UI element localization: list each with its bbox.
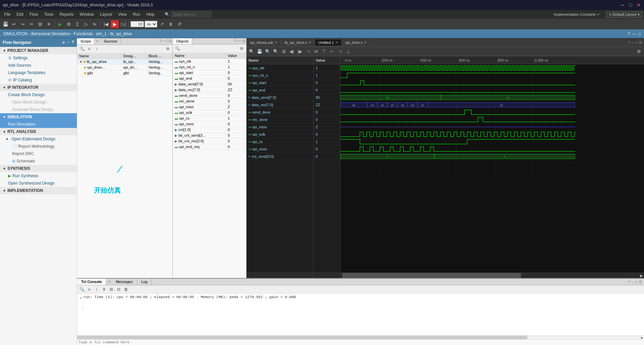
nav-schematic[interactable]: ⊞ Schematic [0,157,77,165]
implementation-header[interactable]: ▼ IMPLEMENTATION [0,187,77,194]
tab-objects[interactable]: Objects [173,38,192,44]
scope-float-icon[interactable]: ⊡ [169,39,172,44]
run-button[interactable]: ▶ [56,20,64,28]
sim-max-icon[interactable]: □ [638,31,641,36]
objects-row[interactable]: ▶data_rec[7:0]ZZ [173,87,246,93]
objects-row[interactable]: ▶bit_cnt_send[3...0 [173,133,246,138]
wave-clear-btn[interactable]: ⊢ [328,48,336,55]
scope-max-icon[interactable]: □ [166,39,168,44]
wave-name-row[interactable]: ▬sys_rst_n [247,72,313,79]
redo-button[interactable]: ↪ [19,20,27,28]
menu-reports[interactable]: Reports [57,11,76,17]
wave-tab-tb[interactable]: tb_spi_drive.v ✕ [281,40,315,46]
tcl-filter-btn[interactable]: ≡ [86,286,93,293]
wave-tab-xdc[interactable]: spi_drivea.xdc ✕ [247,40,281,46]
wave-name-row[interactable]: ▬spi_start [247,79,313,86]
wave-h-scrollbar[interactable] [340,273,639,278]
wave-search-btn[interactable]: ⊥ [344,48,352,55]
sim-time-input[interactable] [130,21,144,27]
wave-name-row[interactable]: ▬spi_cs [247,138,313,145]
tcl-grid-btn[interactable]: ⊟ [115,286,122,293]
flow-nav-pin-icon[interactable]: ≡ [62,40,65,45]
objects-row[interactable]: ▬spi_mosi0 [173,121,246,127]
tcl-scroll-right[interactable]: ▶ [640,336,644,339]
tcl-pause-btn[interactable]: ⏸ [101,286,107,293]
wave-name-row[interactable]: ▬send_done [247,109,313,116]
tcl-copy-btn[interactable]: ⊞ [108,286,115,293]
sim-settings-button[interactable]: ⚙ [65,20,73,28]
project-manager-header[interactable]: ▼ PROJECT MANAGER [0,47,77,54]
objects-row[interactable]: ▬spi_sclk0 [173,110,246,116]
wave-tab-spi[interactable]: spi_drive.v ✕ [342,40,371,46]
menu-run[interactable]: Run [130,11,143,17]
wave-name-row[interactable]: ▬rec_done [247,116,313,123]
wave-zoom-out-btn[interactable]: 🔍 [248,48,255,55]
run-sim-button[interactable]: ▶ [111,20,119,28]
obj-max-icon[interactable]: □ [239,39,242,44]
wave-fit-all-btn[interactable]: ⊞ [280,48,287,55]
objects-row[interactable]: ▬spi_cs1 [173,116,246,121]
quick-access-input[interactable] [171,11,211,17]
objects-row[interactable]: ▬send_done0 [173,93,246,98]
flow-nav-help-icon[interactable]: ? [72,40,74,45]
nav-run-simulation[interactable]: Run Simulation [0,121,77,128]
tab-sources[interactable]: Sources [100,38,121,45]
scope-min-icon[interactable]: ─ [163,39,165,44]
wave-name-row[interactable]: ▶data_rec[7:0] [247,101,313,109]
compile-button[interactable]: Σ [73,20,82,28]
tab-scope[interactable]: Scope [77,38,95,45]
scope-row-spi[interactable]: ■ spi_drive... spi_dri... Verilog... [77,65,172,70]
objects-row[interactable]: ▬sys_rst_n1 [173,64,246,70]
reset-button[interactable]: ↺ [175,20,183,28]
scope-help-icon[interactable]: ? [160,39,162,44]
wave-help-icon[interactable]: ? [628,41,630,45]
nav-run-synthesis[interactable]: ▶ Run Synthesis [0,172,77,180]
wave-tab-untitled-close[interactable]: ✕ [335,41,338,44]
objects-row[interactable]: ▬spi_end_req0 [173,144,246,150]
wave-gear-btn[interactable]: ⚙ [635,48,643,55]
nav-open-elaborated-design[interactable]: ▼ Open Elaborated Design [0,135,77,143]
wave-name-row[interactable]: ▶cnt_send[3:0] [247,153,313,160]
sim-unit-select[interactable]: ns ps us [145,21,157,27]
tcl-scroll-thumb[interactable] [77,336,527,339]
nav-language-templates[interactable]: Language Templates [0,69,77,76]
obj-min-icon[interactable]: ─ [236,39,239,44]
objects-row[interactable]: ▬spi_end0 [173,76,246,81]
menu-tools[interactable]: Tools [41,11,56,17]
wave-scrollbar-thumb[interactable] [342,273,521,278]
flow-nav-minus-icon[interactable]: ─ [67,40,70,45]
tcl-input[interactable] [78,340,643,344]
scope-filter-button[interactable]: ≡ [86,46,93,52]
scope-gear-button[interactable]: ⚙ [164,46,171,52]
menu-flow[interactable]: Flow [27,11,41,17]
tcl-search-btn[interactable]: 🔍 [78,286,85,293]
wave-zoom-fit-btn[interactable]: 🔍 [272,48,279,55]
obj-help-icon[interactable]: ? [233,39,235,44]
wave-scroll-right[interactable]: ▶ [639,273,644,278]
tab-tcl-console[interactable]: Tcl Console [77,279,106,285]
tcl-sort-btn[interactable]: ↕ [93,286,100,293]
tcl-help-icon[interactable]: ? [628,280,630,284]
nav-settings[interactable]: ⚙ Settings [0,54,77,62]
simulation-header-nav[interactable]: ▼ SIMULATION [0,113,77,121]
tcl-scroll-track[interactable] [77,336,640,339]
objects-row[interactable]: ▬spi_start0 [173,70,246,76]
wave-add-marker-btn[interactable]: ⊤ [320,48,328,55]
wave-save-btn[interactable]: 💾 [256,48,263,55]
wave-min-icon[interactable]: ─ [632,41,634,45]
save-button[interactable]: 💾 [1,20,9,28]
minimize-button[interactable]: ─ [620,2,625,8]
scope-sort-button[interactable]: ↕ [93,46,100,52]
wave-add-cursor-btn[interactable]: ⊣ [304,48,312,55]
menu-layout[interactable]: Layout [97,11,115,17]
restart-button[interactable]: |◀ [102,20,110,28]
menu-view[interactable]: View [115,11,129,17]
wave-prev-edge-btn[interactable]: ◀| [288,48,296,55]
pause-button[interactable]: ⏸ [167,20,175,28]
tcl-float-icon[interactable]: ⊡ [639,280,642,284]
close-button[interactable]: ✕ [636,2,641,8]
wave-tab-spi-close[interactable]: ✕ [364,41,367,44]
wave-swap-btn[interactable]: ⇄ [312,48,320,55]
objects-row[interactable]: ▶data_send[7:0]00 [173,81,246,87]
wave-settings-btn[interactable]: ⊣ [336,48,344,55]
